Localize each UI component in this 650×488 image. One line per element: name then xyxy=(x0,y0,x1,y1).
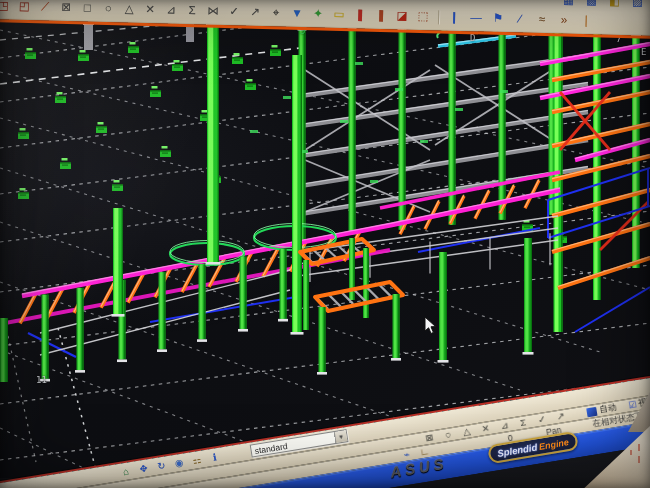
view-tool-icon[interactable]: ℹ xyxy=(207,450,222,465)
toolbar-icon[interactable]: » xyxy=(556,12,572,28)
toolbar-icon[interactable]: ⊠ xyxy=(58,0,74,16)
grid-label: E xyxy=(641,47,646,57)
view-tool-icon[interactable]: ↻ xyxy=(154,458,169,473)
toolbar-icon[interactable]: ⌖ xyxy=(268,5,284,21)
toolbar-icon[interactable]: ⬚ xyxy=(415,9,431,25)
snap-toggle-icon[interactable]: △ xyxy=(459,424,474,439)
view-tool-icon[interactable]: ✥ xyxy=(136,461,151,476)
snap-toggle-icon[interactable]: ↗ xyxy=(553,409,568,424)
toolbar-icon[interactable]: ❚ xyxy=(373,8,389,24)
grid-label: D xyxy=(470,33,475,43)
toolbar-icon[interactable]: ▨ xyxy=(629,0,645,11)
toolbar-icon[interactable]: ✦ xyxy=(310,6,326,22)
toolbar-icon[interactable]: ⚑ xyxy=(490,11,506,27)
toolbar-separator xyxy=(438,10,439,24)
toolbar-icon[interactable]: Σ xyxy=(184,3,200,19)
snap-toggle-icon[interactable]: ⊠ xyxy=(422,430,437,445)
checkbox-icon[interactable]: ☑ xyxy=(628,399,638,410)
view-tool-icon[interactable]: ◉ xyxy=(172,455,187,470)
snap-toggle-icon[interactable]: ○ xyxy=(441,427,456,442)
snap-toggle-icon[interactable]: Σ xyxy=(516,415,531,430)
snap-toggle-icon[interactable]: ⊿ xyxy=(497,418,512,433)
toolbar-icon[interactable]: ⊿ xyxy=(163,2,179,18)
toolbar-icon[interactable]: ◳ xyxy=(0,0,11,15)
toolbar-icon[interactable]: ▼ xyxy=(289,6,305,22)
toolbar-icon[interactable]: ◪ xyxy=(394,8,410,24)
toolbar-icon[interactable]: ∕ xyxy=(512,11,528,27)
grid-label: 11 xyxy=(36,375,47,385)
toolbar-icon[interactable]: ❚ xyxy=(352,7,368,23)
toolbar-icon[interactable]: △ xyxy=(121,1,137,17)
toolbar-icon[interactable]: ▭ xyxy=(331,7,347,23)
toolbar-icon[interactable]: ↗ xyxy=(247,5,263,21)
chevron-down-icon[interactable]: ▼ xyxy=(334,430,348,443)
toolbar-icon[interactable]: ✕ xyxy=(142,2,158,18)
toolbar-upper-row: ▦ ▩ ◧ ▨ ◆ ▣ xyxy=(560,0,650,12)
toolbar-icon[interactable]: ⟋ xyxy=(37,0,53,16)
view-tool-icon[interactable]: ⚏ xyxy=(189,452,204,467)
toolbar-icon[interactable]: ≈ xyxy=(534,12,550,28)
sticker-secondary-text: Engine xyxy=(538,437,569,452)
toolbar-icon[interactable]: ❙ xyxy=(446,10,462,26)
snap-toggle-icon[interactable]: ✓ xyxy=(534,412,549,427)
view-tool-icon[interactable]: ⌂ xyxy=(118,464,133,479)
toolbar-icon[interactable]: ◰ xyxy=(16,0,32,15)
toolbar-icon[interactable]: ▩ xyxy=(583,0,599,9)
toolbar-icon[interactable]: ▦ xyxy=(560,0,576,9)
mouse-cursor-icon xyxy=(424,316,438,336)
toolbar-icon[interactable]: — xyxy=(468,10,484,26)
sticker-primary-text: Splendid xyxy=(497,441,538,458)
auto-plane-icon[interactable] xyxy=(586,406,597,416)
toolbar-icon[interactable]: ◧ xyxy=(606,0,622,10)
toolbar-icon[interactable]: ⋈ xyxy=(205,3,221,19)
toolbar-icon[interactable]: ❘ xyxy=(578,13,594,29)
toolbar-icon[interactable]: ○ xyxy=(100,1,116,17)
toolbar-icon[interactable]: □ xyxy=(79,0,95,16)
snap-toggle-icon[interactable]: ✕ xyxy=(478,421,493,436)
monitor-photo: 3 7 5 D 7 E 11 xyxy=(0,0,650,488)
toolbar-icon[interactable]: ✓ xyxy=(226,4,242,20)
